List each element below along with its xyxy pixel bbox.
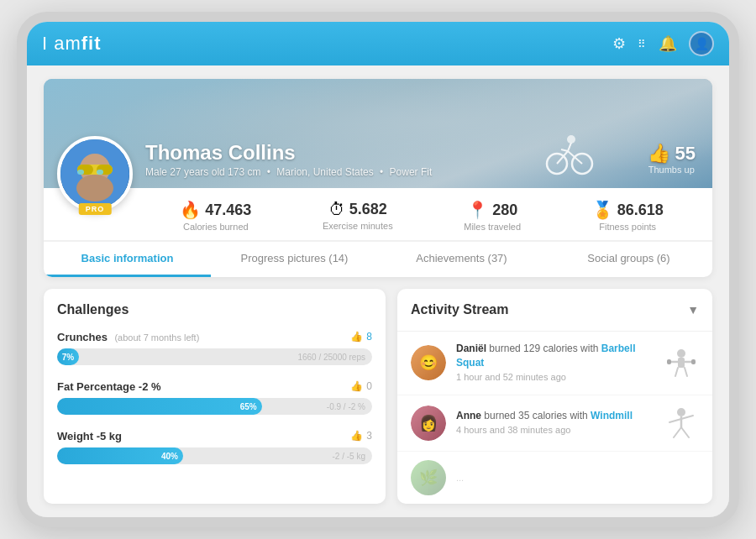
activity-text-2: Anne burned 35 calories with Windmill 4 …	[456, 409, 654, 437]
activity-user-1: Daniël	[456, 343, 486, 354]
avatar-wrapper: PRO	[57, 136, 133, 212]
svg-rect-19	[667, 359, 671, 364]
activity-avatar-1: 😊	[411, 345, 446, 380]
miles-value: 280	[492, 201, 517, 219]
svg-point-23	[677, 408, 685, 416]
challenge-like-3[interactable]: 👍 3	[350, 430, 372, 442]
tab-basic-info[interactable]: Basic information	[44, 242, 211, 277]
challenge-like-1[interactable]: 👍 8	[350, 331, 372, 343]
tab-social-groups[interactable]: Social groups (6)	[545, 242, 712, 277]
challenge-fat: Fat Percentage -2 % 👍 0 65% -0.9 / -2 %	[57, 379, 372, 415]
progress-bg-2: 65% -0.9 / -2 %	[57, 398, 372, 415]
svg-line-27	[681, 427, 689, 437]
exercise-value: 5.682	[349, 201, 387, 218]
like-count-1: 8	[366, 331, 372, 343]
challenge-weight: Weight -5 kg 👍 3 40% -2 / -5 kg	[57, 428, 372, 464]
banner-cyclist	[544, 126, 595, 180]
svg-line-6	[561, 149, 568, 151]
profile-info: Thomas Collins Male 27 years old 173 cm …	[145, 141, 699, 178]
pro-badge: PRO	[79, 203, 112, 215]
activity-avatar-3: 🌿	[411, 460, 446, 495]
profile-banner: PRO Thomas Collins Male 27 years old 173…	[44, 79, 712, 188]
fitness-label: Fitness points	[599, 222, 656, 232]
grid-icon[interactable]: ⠿	[638, 38, 647, 50]
activity-illustration-1	[664, 345, 699, 380]
activity-dropdown-icon[interactable]: ▼	[687, 303, 699, 317]
activity-illustration-2	[664, 406, 699, 441]
like-count-2: 0	[366, 380, 372, 392]
activity-time-2: 4 hours and 38 minutes ago	[456, 425, 570, 435]
profile-meta: Male 27 years old 173 cm • Marion, Unite…	[145, 166, 699, 178]
activity-text-1: Daniël burned 129 calories with Barbell …	[456, 342, 654, 384]
calories-icon: 🔥	[180, 200, 201, 220]
progress-pct-1: 7%	[62, 353, 74, 362]
activity-action-2: burned 35 calories with	[484, 410, 591, 421]
avatar-image	[60, 139, 129, 208]
activity-text-3-partial: ...	[456, 473, 464, 483]
progress-label-2: -0.9 / -2 %	[327, 402, 365, 411]
challenges-card: Challenges Crunches (about 7 months left…	[44, 289, 386, 503]
challenge-name-3: Weight -5 kg	[57, 430, 122, 442]
like-count-3: 3	[366, 430, 372, 442]
topbar: I amfit ⚙ ⠿ 🔔 👤	[27, 22, 729, 65]
progress-bg-3: 40% -2 / -5 kg	[57, 447, 372, 464]
progress-bg-1: 7% 1660 / 25000 reps	[57, 348, 372, 365]
stats-row: 🔥 47.463 Calories burned ⏱ 5.682 Exercis…	[44, 188, 712, 241]
activity-title: Activity Stream	[411, 302, 509, 317]
notification-icon[interactable]: 🔔	[659, 34, 677, 53]
activity-avatar-2: 👩	[411, 406, 446, 441]
calories-value: 47.463	[205, 201, 251, 219]
activity-exercise-2: Windmill	[591, 410, 633, 421]
app-logo: I amfit	[42, 33, 102, 55]
stat-exercise: ⏱ 5.682 Exercise minutes	[323, 200, 393, 232]
profile-name: Thomas Collins	[145, 141, 699, 165]
profile-avatar	[57, 136, 133, 212]
exercise-icon: ⏱	[328, 200, 345, 219]
stat-fitness: 🏅 86.618 Fitness points	[592, 200, 664, 232]
bottom-row: Challenges Crunches (about 7 months left…	[44, 289, 712, 503]
profile-card: PRO Thomas Collins Male 27 years old 173…	[44, 79, 712, 277]
progress-label-1: 1660 / 25000 reps	[297, 353, 365, 362]
progress-pct-3: 40%	[161, 452, 178, 461]
fitness-value: 86.618	[617, 201, 664, 219]
activity-user-2: Anne	[456, 410, 481, 421]
svg-line-21	[675, 368, 678, 376]
user-avatar[interactable]: 👤	[689, 31, 714, 56]
activity-item-2: 👩 Anne burned 35 calories with Windmill …	[397, 395, 712, 452]
svg-line-22	[685, 368, 687, 376]
activity-time-1: 1 hour and 52 minutes ago	[456, 372, 566, 382]
calories-label: Calories burned	[183, 222, 249, 232]
svg-point-16	[677, 349, 685, 358]
challenge-name-2: Fat Percentage -2 %	[57, 380, 161, 393]
challenge-like-2[interactable]: 👍 0	[350, 380, 372, 392]
like-icon-2: 👍	[350, 380, 363, 392]
like-icon-3: 👍	[350, 430, 363, 442]
challenges-title: Challenges	[57, 302, 372, 317]
progress-pct-2: 65%	[240, 402, 257, 411]
activity-card: Activity Stream ▼ 😊 Daniël burned 129 ca…	[397, 289, 712, 503]
main-content: PRO Thomas Collins Male 27 years old 173…	[27, 65, 729, 516]
svg-line-26	[674, 427, 681, 437]
progress-fill-1: 7%	[57, 348, 79, 365]
miles-icon: 📍	[467, 200, 488, 220]
activity-item-1: 😊 Daniël burned 129 calories with Barbel…	[397, 332, 712, 395]
fitness-icon: 🏅	[592, 200, 613, 220]
profile-tabs: Basic information Progress pictures (14)…	[44, 241, 712, 277]
like-icon-1: 👍	[350, 331, 363, 343]
svg-rect-20	[691, 359, 696, 364]
svg-point-15	[76, 175, 113, 201]
tab-achievements[interactable]: Achievements (37)	[378, 242, 545, 277]
miles-label: Miles traveled	[464, 222, 521, 232]
device-frame: I amfit ⚙ ⠿ 🔔 👤	[17, 12, 739, 526]
settings-icon[interactable]: ⚙	[612, 34, 626, 53]
stat-miles: 📍 280 Miles traveled	[464, 200, 521, 232]
tab-progress-pictures[interactable]: Progress pictures (14)	[211, 242, 378, 277]
challenge-sub-1: (about 7 months left)	[114, 332, 199, 343]
svg-rect-13	[77, 170, 84, 175]
challenge-name-1: Crunches	[57, 331, 108, 343]
progress-fill-2: 65%	[57, 398, 262, 415]
activity-action-1: burned 129 calories with	[489, 343, 601, 354]
challenge-crunches: Crunches (about 7 months left) 👍 8 7% 16…	[57, 329, 372, 365]
stat-calories: 🔥 47.463 Calories burned	[180, 200, 251, 232]
activity-item-3-partial: 🌿 ...	[397, 452, 712, 504]
